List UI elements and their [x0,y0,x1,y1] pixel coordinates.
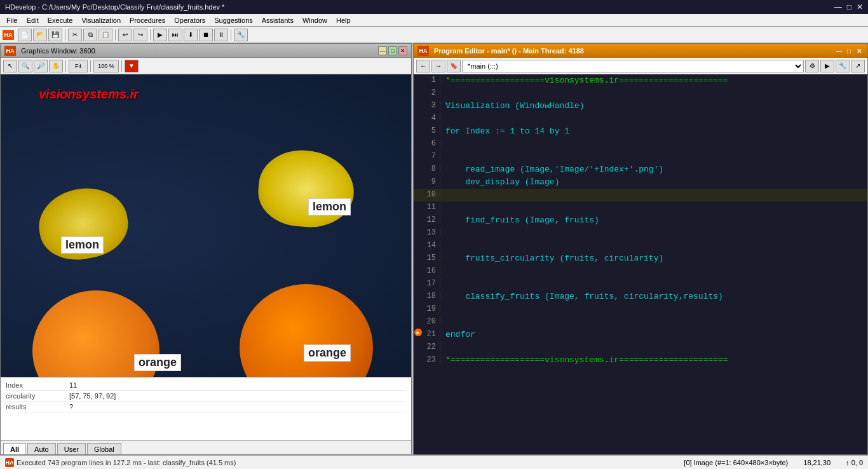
line-content[interactable]: for Index := 1 to 14 by 1 [440,125,867,137]
status-bar: HA Executed 743 program lines in 127.2 m… [0,455,868,469]
tb-copy[interactable]: ⧉ [83,29,97,41]
menu-procedures[interactable]: Procedures [126,16,169,25]
editor-close[interactable]: ✕ [855,46,864,55]
editor-export[interactable]: ↗ [851,60,865,72]
title-bar: HDevelop - C:/Users/My Pc/Desktop/Classi… [0,0,868,14]
status-image-info: [0] Image (#=1: 640×480×3×byte) [684,459,788,466]
line-content[interactable]: classify_fruits (Image, fruits, circular… [440,290,867,302]
gt-fit[interactable]: Fit [69,60,88,72]
tab-global[interactable]: Global [87,443,121,454]
line-number: 7 [423,151,440,161]
line-content[interactable]: read_image (Image,'Image/'+Index+'.png') [440,163,867,175]
line-content[interactable] [440,112,867,115]
procedure-dropdown[interactable]: *main (:::) [462,60,804,72]
code-editor[interactable]: 1*===================visonsystems.ir====… [414,74,867,454]
menu-bar: File Edit Execute Visualization Procedur… [0,14,868,27]
tab-user[interactable]: User [57,443,86,454]
tb-save[interactable]: 💾 [48,29,62,41]
tb-sep3 [150,29,151,41]
status-ha-logo: HA [5,458,14,467]
line-content[interactable]: find_fruits (Image, fruits) [440,214,867,226]
line-number: 4 [423,112,440,123]
tb-step-into[interactable]: ⬇ [184,29,198,41]
line-content[interactable]: dev_display (Image) [440,176,867,188]
line-content[interactable]: *===================visonsystems.ir=====… [440,74,867,86]
editor-debug-btn[interactable]: 🔧 [836,60,850,72]
tb-open[interactable]: 📂 [33,29,47,41]
menu-window[interactable]: Window [299,16,331,25]
tb-debug[interactable]: 🔧 [234,29,248,41]
tb-new[interactable]: 📄 [18,29,32,41]
editor-minimize[interactable]: — [834,46,843,55]
tb-stop[interactable]: ⏹ [199,29,213,41]
close-button[interactable]: ✕ [857,3,863,11]
gw-maximize[interactable]: □ [388,46,397,55]
var-name-circularity: circularity [6,392,69,400]
tb-undo[interactable]: ↩ [118,29,132,41]
menu-execute[interactable]: Execute [44,16,77,25]
line-content[interactable]: Visualization (WindowHandle) [440,100,867,112]
line-content[interactable] [440,87,867,90]
line-content[interactable] [440,227,867,229]
menu-assistants[interactable]: Assistants [258,16,297,25]
tb-run[interactable]: ▶ [153,29,167,41]
minimize-button[interactable]: — [834,3,842,11]
title-bar-controls: — □ ✕ [834,3,863,11]
gt-zoom-100[interactable]: 100 % [93,60,119,72]
editor-settings[interactable]: ⚙ [805,60,819,72]
menu-visualization[interactable]: Visualization [78,16,125,25]
line-number: 16 [423,265,440,275]
status-coords: 18,21,30 [803,459,831,466]
line-content[interactable] [440,189,867,191]
gt-pan[interactable]: ✋ [49,60,63,72]
status-text: Executed 743 program lines in 127.2 ms -… [17,459,681,466]
gt-zoom-out[interactable]: 🔎 [34,60,48,72]
line-content[interactable]: endfor [440,329,867,341]
tb-step-over[interactable]: ⏭ [168,29,182,41]
label-orange-right: orange [304,344,351,362]
tb-pause[interactable]: ⏸ [214,29,228,41]
bottom-tabs: All Auto User Global [1,440,411,454]
line-indicator: ▶ [414,329,423,336]
code-line: 7 [414,151,867,163]
tab-auto[interactable]: Auto [27,443,56,454]
line-content[interactable] [440,151,867,153]
menu-suggestions[interactable]: Suggestions [210,16,257,25]
code-line: 1*===================visonsystems.ir====… [414,74,867,87]
gt-zoom-in[interactable]: 🔍 [18,60,32,72]
editor-forward[interactable]: → [431,60,445,72]
line-content[interactable] [440,341,867,344]
menu-help[interactable]: Help [332,16,355,25]
menu-operators[interactable]: Operators [170,16,209,25]
line-content[interactable]: *===================visonsystems.ir=====… [440,354,867,366]
menu-edit[interactable]: Edit [23,16,43,25]
maximize-button[interactable]: □ [847,3,851,11]
graphics-window-label: Graphics Window: 3600 [21,47,95,55]
menu-file[interactable]: File [3,16,22,25]
line-content[interactable] [440,265,867,268]
editor-back[interactable]: ← [416,60,430,72]
variable-panel: Index 11 circularity [57, 75, 97, 92] re… [1,377,411,440]
line-content[interactable] [440,316,867,318]
tab-all[interactable]: All [3,443,26,454]
gw-close[interactable]: ✕ [398,46,407,55]
editor-bookmark[interactable]: 🔖 [447,60,461,72]
tb-cut[interactable]: ✂ [68,29,82,41]
line-content[interactable] [440,138,867,140]
editor-maximize[interactable]: □ [844,46,853,55]
line-number: 5 [423,125,440,135]
line-number: 14 [423,240,440,250]
line-content[interactable] [440,240,867,242]
tb-redo[interactable]: ↪ [133,29,147,41]
line-content[interactable] [440,201,867,204]
code-line: 22 [414,341,867,354]
code-line: ▶21endfor [414,329,867,341]
line-content[interactable]: fruits_circularity (fruits, circularity) [440,252,867,264]
line-content[interactable] [440,278,867,280]
gt-pointer[interactable]: ↖ [3,60,17,72]
tb-paste[interactable]: 📋 [98,29,112,41]
line-content[interactable] [440,303,867,306]
editor-run-btn[interactable]: ▶ [820,60,834,72]
gw-minimize[interactable]: — [378,46,387,55]
gt-color[interactable]: ▼ [125,60,139,72]
